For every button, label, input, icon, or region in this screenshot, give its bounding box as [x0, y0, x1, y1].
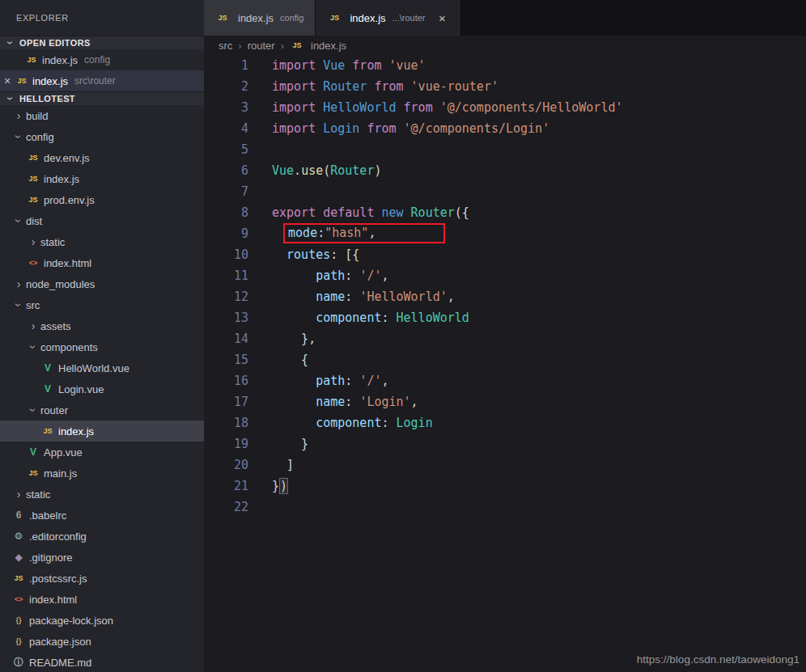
line-number[interactable]: 9	[204, 223, 248, 244]
tree-file-prod.env.js[interactable]: JSprod.env.js	[0, 189, 204, 210]
code-line-4: 4import Login from '@/components/Login'	[204, 118, 806, 139]
vscode-window: EXPLORER › OPEN EDITORS JSindex.jsconfig…	[0, 0, 806, 672]
line-number[interactable]: 8	[204, 202, 248, 223]
line-number[interactable]: 20	[204, 454, 248, 475]
code-token	[272, 395, 316, 409]
code-line-content[interactable]: name: 'HelloWorld',	[248, 286, 455, 307]
code-line-content[interactable]: path: '/',	[248, 370, 389, 391]
line-number[interactable]: 12	[204, 286, 248, 307]
code-token: )	[374, 163, 381, 178]
open-editor-item[interactable]: JSindex.jsconfig	[0, 49, 204, 70]
chevron-right-icon: ›	[11, 488, 26, 501]
line-number[interactable]: 5	[204, 139, 248, 160]
code-line-content[interactable]: },	[248, 328, 316, 349]
tree-file-main.js[interactable]: JSmain.js	[0, 463, 204, 484]
code-line-content[interactable]: import Login from '@/components/Login'	[248, 118, 549, 139]
code-line-content[interactable]: ]	[248, 454, 294, 475]
code-line-content[interactable]: routes: [{	[248, 244, 359, 265]
tree-folder-src[interactable]: ›src	[0, 294, 204, 315]
breadcrumb-item-src[interactable]: src	[218, 40, 232, 52]
tree-item-label: index.html	[44, 257, 91, 269]
tree-folder-components[interactable]: ›components	[0, 336, 204, 357]
code-line-content[interactable]: })	[248, 475, 288, 497]
tree-file-index.html[interactable]: <>index.html	[0, 589, 204, 610]
tree-file-README.md[interactable]: ⓘREADME.md	[0, 652, 204, 672]
line-number[interactable]: 13	[204, 307, 248, 328]
tree-folder-config[interactable]: ›config	[0, 126, 204, 147]
line-number[interactable]: 4	[204, 118, 248, 139]
line-number[interactable]: 22	[204, 497, 248, 518]
tree-file-.babelrc[interactable]: 6.babelrc	[0, 505, 204, 526]
code-line-content[interactable]: }	[248, 433, 308, 454]
open-editor-item[interactable]: ×JSindex.jssrc\router	[0, 70, 204, 91]
highlight-box: mode:"hash",	[283, 223, 445, 243]
tree-file-Login.vue[interactable]: VLogin.vue	[0, 378, 204, 399]
line-number[interactable]: 2	[204, 76, 248, 97]
code-line-content[interactable]: Vue.use(Router)	[248, 160, 381, 181]
tree-file-HelloWorld.vue[interactable]: VHelloWorld.vue	[0, 357, 204, 378]
code-line-content[interactable]: component: HelloWorld	[248, 307, 469, 328]
code-line-content[interactable]: name: 'Login',	[248, 391, 418, 412]
code-line-content[interactable]: mode:"hash",	[248, 223, 445, 244]
tree-item-label: .babelrc	[29, 509, 66, 522]
line-number[interactable]: 19	[204, 433, 248, 454]
tree-file-package-lock.json[interactable]: {}package-lock.json	[0, 610, 204, 631]
line-number[interactable]: 10	[204, 244, 248, 265]
code-token: from	[404, 100, 433, 115]
line-number[interactable]: 6	[204, 160, 248, 181]
code-line-content[interactable]: component: Login	[248, 412, 433, 433]
tree-file-index.html[interactable]: <>index.html	[0, 252, 204, 273]
tree-file-index.js[interactable]: JSindex.js	[0, 421, 204, 442]
tab-index.js[interactable]: JSindex.js...\router×	[316, 0, 461, 36]
tree-item-label: index.js	[44, 173, 79, 185]
tree-file-index.js[interactable]: JSindex.js	[0, 168, 204, 189]
tree-folder-dist[interactable]: ›dist	[0, 210, 204, 231]
tree-folder-static[interactable]: ›static	[0, 484, 204, 505]
line-number[interactable]: 16	[204, 370, 248, 391]
close-icon[interactable]: ×	[0, 74, 15, 87]
tab-index.js[interactable]: JSindex.jsconfig	[204, 0, 316, 36]
line-number[interactable]: 3	[204, 97, 248, 118]
tab-close-icon[interactable]: ×	[435, 11, 449, 25]
tree-folder-build[interactable]: ›build	[0, 105, 204, 126]
code-line-18: 18 component: Login	[204, 412, 806, 433]
line-number[interactable]: 11	[204, 265, 248, 286]
code-line-content[interactable]: {	[248, 349, 308, 370]
code-line-content[interactable]: path: '/',	[248, 265, 389, 286]
breadcrumb-item-router[interactable]: router	[248, 40, 275, 52]
tree-file-package.json[interactable]: {}package.json	[0, 631, 204, 652]
line-number[interactable]: 17	[204, 391, 248, 412]
code-token: ,	[381, 268, 388, 283]
code-line-content[interactable]: import Router from 'vue-router'	[248, 76, 498, 97]
code-line-21: 21})	[204, 475, 806, 497]
tree-file-.postcssrc.js[interactable]: JS.postcssrc.js	[0, 568, 204, 589]
line-number[interactable]: 15	[204, 349, 248, 370]
code-line-5: 5	[204, 139, 806, 160]
tree-item-label: build	[26, 110, 48, 122]
code-line-content[interactable]: export default new Router({	[248, 202, 469, 223]
json-file-icon: {}	[11, 616, 26, 624]
code-line-content[interactable]	[248, 181, 272, 202]
tree-file-.gitignore[interactable]: ◆.gitignore	[0, 547, 204, 568]
code-line-content[interactable]	[248, 139, 272, 160]
open-editors-header[interactable]: › OPEN EDITORS	[0, 36, 204, 49]
tree-folder-static[interactable]: ›static	[0, 231, 204, 252]
tree-folder-router[interactable]: ›router	[0, 399, 204, 421]
code-line-content[interactable]	[248, 497, 272, 518]
project-folder-header[interactable]: › HELLOTEST	[0, 91, 204, 105]
code-line-content[interactable]: import Vue from 'vue'	[248, 55, 426, 76]
tree-file-dev.env.js[interactable]: JSdev.env.js	[0, 147, 204, 168]
line-number[interactable]: 18	[204, 412, 248, 433]
tree-file-.editorconfig[interactable]: ⚙.editorconfig	[0, 526, 204, 547]
line-number[interactable]: 21	[204, 475, 248, 497]
watermark: https://blog.csdn.net/taoweidong1	[637, 653, 800, 666]
tree-file-App.vue[interactable]: VApp.vue	[0, 442, 204, 463]
tree-folder-assets[interactable]: ›assets	[0, 315, 204, 336]
line-number[interactable]: 1	[204, 55, 248, 76]
tree-folder-node_modules[interactable]: ›node_modules	[0, 273, 204, 294]
line-number[interactable]: 14	[204, 328, 248, 349]
line-number[interactable]: 7	[204, 181, 248, 202]
code-line-12: 12 name: 'HelloWorld',	[204, 286, 806, 307]
code-line-content[interactable]: import HelloWorld from '@/components/Hel…	[248, 97, 623, 118]
breadcrumb-item-file[interactable]: index.js	[311, 40, 346, 52]
